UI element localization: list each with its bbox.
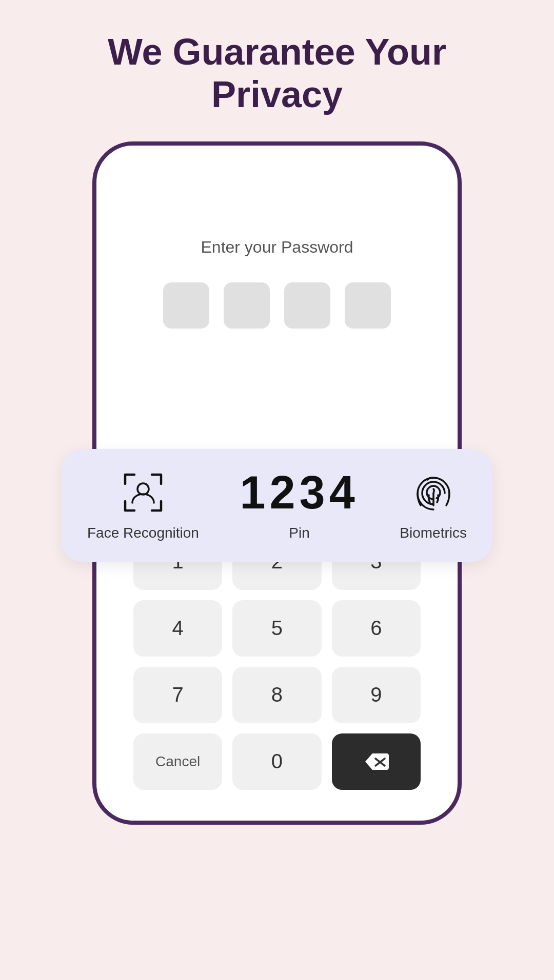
phone-wrapper: Enter your Password 1 2 3 4 5 6 7 8 9 Ca… [92, 141, 462, 825]
security-options-bar: Face Recognition 1234 Pin [62, 449, 492, 562]
biometrics-label: Biometrics [400, 525, 467, 541]
page-title: We Guarantee Your Privacy [67, 31, 487, 116]
numpad-cancel-button[interactable]: Cancel [133, 733, 222, 790]
face-recognition-option[interactable]: Face Recognition [87, 469, 199, 541]
numpad-key-7[interactable]: 7 [133, 667, 222, 723]
face-recognition-icon [120, 469, 166, 516]
numpad-key-5[interactable]: 5 [232, 600, 321, 657]
fingerprint-icon [410, 469, 457, 516]
password-dots [163, 282, 391, 329]
pin-label: Pin [289, 525, 309, 541]
face-recognition-label: Face Recognition [87, 525, 199, 541]
numpad-grid: 1 2 3 4 5 6 7 8 9 Cancel 0 [133, 534, 421, 790]
numpad-key-0[interactable]: 0 [232, 733, 321, 790]
numpad-key-6[interactable]: 6 [332, 600, 421, 657]
delete-icon [363, 751, 389, 772]
password-dot-2 [224, 282, 270, 329]
biometrics-option[interactable]: Biometrics [400, 469, 467, 541]
pin-option[interactable]: 1234 Pin [240, 469, 359, 541]
numpad-delete-button[interactable] [332, 733, 421, 790]
svg-point-2 [137, 483, 149, 495]
password-prompt-label: Enter your Password [201, 238, 353, 257]
numpad: 1 2 3 4 5 6 7 8 9 Cancel 0 [96, 534, 458, 790]
password-dot-3 [284, 282, 330, 329]
numpad-key-4[interactable]: 4 [133, 600, 222, 657]
numpad-key-9[interactable]: 9 [332, 667, 421, 723]
numpad-key-8[interactable]: 8 [232, 667, 321, 723]
password-dot-1 [163, 282, 209, 329]
password-dot-4 [345, 282, 391, 329]
pin-value: 1234 [240, 469, 359, 516]
